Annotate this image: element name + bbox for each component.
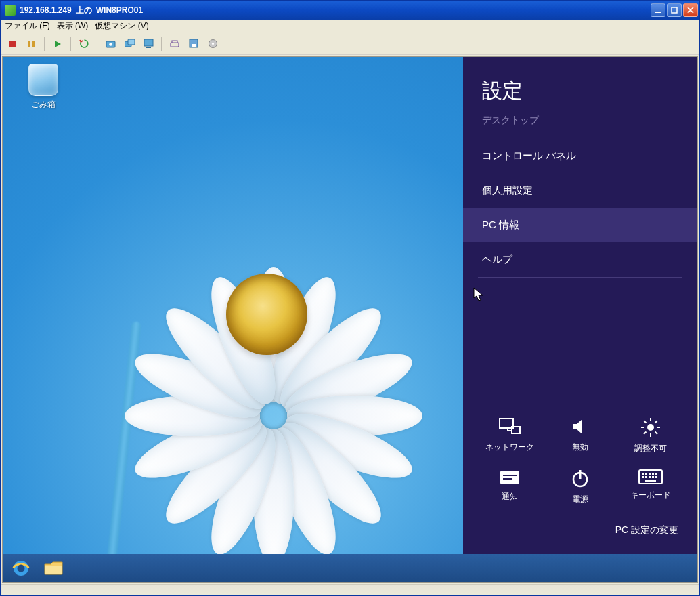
play-button[interactable]: [50, 37, 65, 51]
svg-rect-22: [579, 470, 582, 479]
charms-tile-network[interactable]: ネットワーク: [479, 417, 540, 454]
floppy-icon: [189, 39, 199, 49]
ie-icon: [12, 559, 30, 578]
folder-icon: [43, 560, 64, 576]
titlebar-host: 192.168.1.249: [20, 5, 72, 15]
reset-button[interactable]: [76, 37, 91, 51]
charms-tile-label: ネットワーク: [485, 442, 534, 453]
app-icon: [5, 5, 16, 16]
svg-rect-18: [500, 471, 519, 484]
charms-item-control-panel[interactable]: コントロール パネル: [463, 139, 697, 173]
close-icon: [687, 7, 694, 14]
svg-rect-2: [9, 41, 16, 47]
svg-point-6: [109, 43, 112, 46]
menu-view[interactable]: 表示 (W): [57, 20, 89, 32]
pause-button[interactable]: [24, 37, 39, 51]
charms-tile-label: 通知: [502, 491, 518, 503]
charms-tile-notify[interactable]: 通知: [479, 469, 540, 505]
cd-icon: [208, 39, 218, 49]
svg-rect-1: [672, 7, 677, 13]
pause-icon: [26, 39, 36, 49]
vsphere-window: 192.168.1.249 上の WIN8PRO01 ファイル (F) 表示 (…: [0, 0, 700, 596]
svg-rect-33: [655, 476, 657, 478]
recycle-bin[interactable]: ごみ箱: [20, 64, 67, 110]
taskbar[interactable]: [3, 554, 697, 582]
svg-point-17: [647, 424, 654, 431]
svg-rect-27: [652, 473, 654, 475]
svg-rect-31: [649, 476, 651, 478]
svg-rect-4: [32, 41, 35, 47]
recycle-bin-label: ごみ箱: [20, 99, 67, 110]
stop-button[interactable]: [5, 37, 20, 51]
volume-icon: [570, 417, 590, 436]
svg-rect-3: [28, 41, 30, 47]
charms-item-personalize[interactable]: 個人用設定: [463, 173, 697, 208]
taskbar-ie[interactable]: [8, 558, 34, 578]
svg-rect-10: [171, 43, 179, 47]
notify-icon: [499, 469, 521, 486]
titlebar-mid: 上の: [76, 5, 92, 16]
charms-pc-settings-link[interactable]: PC 設定の変更: [463, 512, 697, 554]
taskbar-explorer[interactable]: [41, 558, 66, 578]
play-icon: [53, 39, 62, 49]
charms-settings-panel: 設定 デスクトップ コントロール パネル 個人用設定 PC 情報 ヘルプ ネット…: [463, 57, 697, 554]
brightness-icon: [640, 417, 661, 438]
svg-rect-29: [642, 476, 644, 478]
svg-rect-9: [144, 39, 153, 46]
snapshot-manager-button[interactable]: [122, 37, 137, 51]
maximize-icon: [671, 7, 678, 14]
cad-icon: [170, 39, 180, 49]
titlebar[interactable]: 192.168.1.249 上の WIN8PRO01: [1, 1, 699, 20]
charms-tile-power[interactable]: 電源: [550, 469, 611, 505]
keyboard-icon: [638, 469, 663, 484]
snapshot-manager-icon: [125, 39, 135, 49]
svg-rect-28: [655, 473, 657, 475]
charms-tile-label: 電源: [572, 494, 588, 505]
titlebar-vmname: WIN8PRO01: [96, 5, 143, 15]
fullscreen-icon: [144, 39, 154, 49]
close-button[interactable]: [683, 3, 698, 17]
charms-item-pc-info[interactable]: PC 情報: [463, 208, 697, 242]
network-icon: [498, 417, 521, 436]
window-buttons: [651, 3, 698, 17]
fullscreen-button[interactable]: [141, 37, 156, 51]
refresh-icon: [79, 39, 89, 49]
menu-vm[interactable]: 仮想マシン (V): [95, 20, 148, 32]
svg-point-36: [18, 565, 25, 572]
charms-subtitle: デスクトップ: [463, 112, 697, 139]
power-icon: [571, 469, 590, 488]
guest-desktop[interactable]: ごみ箱 設定 デスクトップ コントロール パネル 個人用設定 PC 情報 ヘルプ…: [2, 56, 698, 583]
svg-rect-12: [192, 44, 196, 47]
charms-item-help[interactable]: ヘルプ: [463, 242, 697, 277]
charms-quick-grid: ネットワーク 無効 調整不可 通知 電源: [463, 401, 697, 512]
minimize-icon: [655, 7, 661, 14]
svg-rect-34: [645, 480, 656, 482]
floppy-button[interactable]: [186, 37, 201, 51]
charms-title: 設定: [463, 57, 697, 112]
svg-rect-32: [652, 476, 654, 478]
cd-button[interactable]: [205, 37, 220, 51]
menu-file[interactable]: ファイル (F): [5, 20, 50, 32]
send-cad-button[interactable]: [167, 37, 182, 51]
charms-tile-brightness[interactable]: 調整不可: [620, 417, 681, 454]
charms-tile-label: 調整不可: [634, 443, 667, 454]
menubar: ファイル (F) 表示 (W) 仮想マシン (V): [1, 20, 699, 33]
svg-rect-8: [128, 39, 135, 45]
recycle-bin-icon: [28, 64, 58, 96]
charms-tile-volume[interactable]: 無効: [550, 417, 611, 454]
svg-point-14: [211, 43, 213, 45]
minimize-button[interactable]: [651, 3, 665, 17]
toolbar: [1, 33, 699, 55]
stop-icon: [7, 39, 17, 49]
charms-tile-label: キーボード: [630, 490, 671, 501]
svg-rect-0: [655, 12, 661, 13]
svg-rect-30: [645, 476, 647, 478]
maximize-button[interactable]: [667, 3, 682, 17]
svg-rect-25: [645, 473, 647, 475]
charms-tile-label: 無効: [572, 442, 588, 453]
statusbar: [1, 584, 699, 595]
snapshot-button[interactable]: [103, 37, 118, 51]
charms-tile-keyboard[interactable]: キーボード: [620, 469, 681, 505]
svg-rect-19: [503, 475, 517, 476]
svg-rect-20: [503, 478, 512, 480]
